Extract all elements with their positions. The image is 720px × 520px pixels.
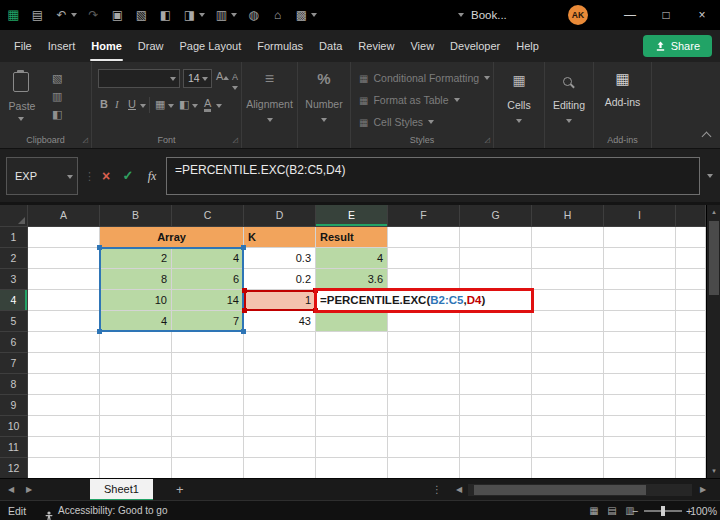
cell-C3[interactable]: 6 — [172, 269, 244, 290]
sheet-nav-right-icon[interactable]: ▶ — [22, 479, 36, 501]
cell-I11[interactable] — [604, 437, 676, 458]
cell-E9[interactable] — [316, 395, 388, 416]
vertical-scroll-thumb[interactable] — [709, 221, 719, 295]
cell-G1[interactable] — [460, 227, 532, 248]
cell-G6[interactable] — [460, 332, 532, 353]
cell-H11[interactable] — [532, 437, 604, 458]
cell-D9[interactable] — [244, 395, 316, 416]
cell-B5[interactable]: 4 — [100, 311, 172, 332]
cell-H4[interactable] — [532, 290, 604, 311]
row-header-8[interactable]: 8 — [0, 374, 28, 395]
cell-G11[interactable] — [460, 437, 532, 458]
tab-review[interactable]: Review — [350, 30, 402, 62]
col-header-G[interactable]: G — [460, 205, 532, 227]
format-as-table-button[interactable]: ▦ Format as Table — [359, 91, 460, 109]
scroll-down-icon[interactable]: ▾ — [707, 464, 720, 478]
tab-developer[interactable]: Developer — [442, 30, 508, 62]
cell-G12[interactable] — [460, 458, 532, 478]
cell-B10[interactable] — [100, 416, 172, 437]
col-header-B[interactable]: B — [100, 205, 172, 227]
font-dialog-launcher[interactable]: ◿ — [233, 136, 238, 144]
cell-F11[interactable] — [388, 437, 460, 458]
cell-D6[interactable] — [244, 332, 316, 353]
cell-D8[interactable] — [244, 374, 316, 395]
col-header-H[interactable]: H — [532, 205, 604, 227]
cell-F1[interactable] — [388, 227, 460, 248]
page-layout-view-button[interactable]: ▤ — [604, 501, 620, 520]
cell-G5[interactable] — [460, 311, 532, 332]
row-header-10[interactable]: 10 — [0, 416, 28, 437]
col-header-E[interactable]: E — [316, 205, 388, 227]
share-button[interactable]: Share — [643, 35, 712, 57]
cell-I5[interactable] — [604, 311, 676, 332]
cell-G10[interactable] — [460, 416, 532, 437]
cell-D7[interactable] — [244, 353, 316, 374]
cell-styles-button[interactable]: ▦ Cell Styles — [359, 113, 434, 131]
cell-F12[interactable] — [388, 458, 460, 478]
italic-button[interactable]: I — [115, 98, 119, 110]
zoom-slider[interactable] — [644, 510, 682, 512]
format-painter-icon[interactable]: ◧ — [158, 0, 173, 30]
cell-C4[interactable]: 14 — [172, 290, 244, 311]
cell-A8[interactable] — [28, 374, 100, 395]
add-sheet-button[interactable]: + — [176, 479, 184, 501]
row-header-5[interactable]: 5 — [0, 311, 28, 332]
cell-E1[interactable]: Result — [316, 227, 388, 248]
cell-I9[interactable] — [604, 395, 676, 416]
cell-A10[interactable] — [28, 416, 100, 437]
clipboard-icon[interactable]: ▣ — [110, 0, 125, 30]
cell-C9[interactable] — [172, 395, 244, 416]
cell-B8[interactable] — [100, 374, 172, 395]
cell-F5[interactable] — [388, 311, 460, 332]
formula-bar-splitter[interactable]: ⋮ — [84, 157, 95, 195]
tab-formulas[interactable]: Formulas — [249, 30, 311, 62]
cell-C2[interactable]: 4 — [172, 248, 244, 269]
cell-F10[interactable] — [388, 416, 460, 437]
cell-partial-7[interactable] — [676, 353, 706, 374]
cell-B4[interactable]: 10 — [100, 290, 172, 311]
cell-D1[interactable]: K — [244, 227, 316, 248]
cell-E6[interactable] — [316, 332, 388, 353]
cell-merged-array[interactable]: Array — [100, 227, 244, 248]
cell-G9[interactable] — [460, 395, 532, 416]
cell-D2[interactable]: 0.3 — [244, 248, 316, 269]
cell-A12[interactable] — [28, 458, 100, 478]
cell-G3[interactable] — [460, 269, 532, 290]
insert-function-button[interactable]: fx — [141, 157, 163, 195]
cell-F6[interactable] — [388, 332, 460, 353]
enter-button[interactable]: ✓ — [118, 157, 138, 195]
cell-partial-11[interactable] — [676, 437, 706, 458]
cell-E4-formula[interactable]: =PERCENTILE.EXC(B2:C5,D4) — [317, 291, 529, 310]
tab-page-layout[interactable]: Page Layout — [171, 30, 249, 62]
cell-A4[interactable] — [28, 290, 100, 311]
tab-help[interactable]: Help — [508, 30, 547, 62]
cell-I12[interactable] — [604, 458, 676, 478]
cell-B12[interactable] — [100, 458, 172, 478]
row-header-1[interactable]: 1 — [0, 227, 28, 248]
zoom-out-button[interactable]: − — [632, 501, 638, 520]
cell-A1[interactable] — [28, 227, 100, 248]
minimize-button[interactable]: — — [612, 0, 648, 30]
normal-view-button[interactable]: ▦ — [586, 501, 602, 520]
fill-color-ribbon-button[interactable]: ◧ — [179, 98, 189, 111]
maximize-button[interactable]: □ — [648, 0, 684, 30]
cell-G8[interactable] — [460, 374, 532, 395]
cell-B6[interactable] — [100, 332, 172, 353]
cell-I10[interactable] — [604, 416, 676, 437]
font-name-combobox[interactable] — [98, 69, 180, 88]
cell-F3[interactable] — [388, 269, 460, 290]
cell-partial-2[interactable] — [676, 248, 706, 269]
row-header-11[interactable]: 11 — [0, 437, 28, 458]
cut-button[interactable]: ▧ — [52, 72, 62, 85]
save-icon[interactable]: ▤ — [30, 0, 45, 30]
table-button[interactable]: ▩ — [294, 0, 317, 30]
cell-I7[interactable] — [604, 353, 676, 374]
row-header-6[interactable]: 6 — [0, 332, 28, 353]
cell-H5[interactable] — [532, 311, 604, 332]
cell-H10[interactable] — [532, 416, 604, 437]
clipboard-dialog-launcher[interactable]: ◿ — [83, 136, 88, 144]
tab-file[interactable]: File — [6, 30, 40, 62]
sheet-options-icon[interactable]: ⋮ — [432, 479, 442, 501]
cut-icon[interactable]: ▧ — [134, 0, 149, 30]
cell-D11[interactable] — [244, 437, 316, 458]
